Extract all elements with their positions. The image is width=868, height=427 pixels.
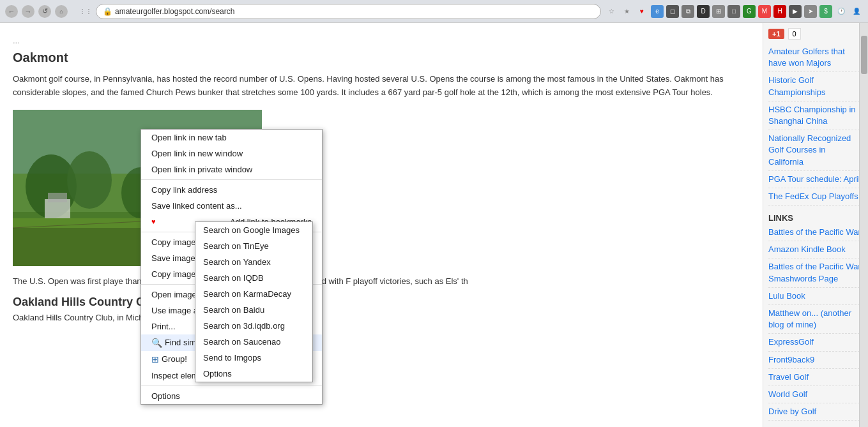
- home-button[interactable]: ⌂: [55, 5, 68, 18]
- gplus-section: +1 0: [768, 28, 863, 40]
- gplus-count: 0: [788, 28, 801, 40]
- apps-icon[interactable]: ⋮⋮: [79, 5, 92, 18]
- links-heading: LINKS: [768, 213, 863, 223]
- link-matthew[interactable]: Matthew on... (another blog of mine): [768, 308, 863, 334]
- sidebar-link-3[interactable]: Nationally Recognized Golf Courses in Ca…: [768, 133, 863, 171]
- search-yandex[interactable]: Search on Yandex: [195, 254, 312, 270]
- ext5-icon[interactable]: ⊞: [712, 5, 725, 18]
- search-google-images[interactable]: Search on Google Images: [195, 222, 312, 238]
- content-area: ... Oakmont Oakmont golf course, in Penn…: [0, 23, 763, 427]
- ext4-icon[interactable]: D: [697, 5, 710, 18]
- profile-icon[interactable]: 👤: [850, 5, 863, 18]
- ext3-icon[interactable]: ⧉: [681, 5, 694, 18]
- submenu-options[interactable]: Options: [195, 366, 312, 382]
- lower-article-text: The U.S. Open was first playe than the 7…: [13, 275, 750, 288]
- link-drive-by-golf[interactable]: Drive by Golf: [768, 406, 863, 421]
- browser-chrome: ← → ↺ ⌂ ⋮⋮ 🔒 amateurgolfer.blogspot.com/…: [0, 0, 868, 23]
- open-link-new-tab[interactable]: Open link in new tab: [141, 130, 322, 146]
- article-image-area: Open link in new tab Open link in new wi…: [13, 110, 750, 266]
- search-tineye[interactable]: Search on TinEye: [195, 238, 312, 254]
- sidebar-link-0[interactable]: Amateur Golfers that have won Majors: [768, 46, 863, 72]
- gplus-button[interactable]: +1: [768, 29, 784, 39]
- address-bar[interactable]: 🔒 amateurgolfer.blogspot.com/search: [96, 4, 601, 19]
- svg-point-4: [67, 151, 112, 209]
- separator-1: [141, 179, 322, 180]
- ext6-icon[interactable]: □: [727, 5, 740, 18]
- sidebar-links-section: LINKS Battles of the Pacific War Amazon …: [768, 213, 863, 421]
- star-icon[interactable]: ☆: [605, 5, 618, 18]
- ext12-icon[interactable]: $: [819, 5, 832, 18]
- link-battles-pacific[interactable]: Battles of the Pacific War: [768, 227, 863, 241]
- search-3diqdb[interactable]: Search on 3d.iqdb.org: [195, 318, 312, 334]
- link-lulu-book[interactable]: Lulu Book: [768, 290, 863, 305]
- search-karmadecay[interactable]: Search on KarmaDecay: [195, 286, 312, 302]
- sidebar-link-4[interactable]: PGA Tour schedule: April: [768, 174, 863, 188]
- section2-text: Oakland Hills Country Club, in Michigan,…: [13, 313, 750, 322]
- bookmark-icon[interactable]: ★: [620, 5, 633, 18]
- ext7-icon[interactable]: G: [743, 5, 756, 18]
- find-similar-submenu: Search on Google Images Search on TinEye…: [195, 221, 313, 382]
- svg-rect-7: [48, 193, 67, 202]
- clock-icon[interactable]: 🕐: [835, 5, 848, 18]
- partial-top-text: ...: [13, 36, 750, 45]
- ext2-icon[interactable]: ◻: [666, 5, 679, 18]
- search-baidu[interactable]: Search on Baidu: [195, 302, 312, 318]
- save-linked-content[interactable]: Save linked content as...: [141, 198, 322, 214]
- link-expressgolf[interactable]: ExpressGolf: [768, 336, 863, 351]
- link-battles-smashwords[interactable]: Battles of the Pacific War Smashwords Pa…: [768, 261, 863, 287]
- search-iqdb[interactable]: Search on IQDB: [195, 270, 312, 286]
- sidebar-link-2[interactable]: HSBC Championship in Shanghai China: [768, 104, 863, 130]
- link-world-golf[interactable]: World Golf: [768, 389, 863, 403]
- page-wrapper: ... Oakmont Oakmont golf course, in Penn…: [0, 23, 868, 427]
- send-imgops[interactable]: Send to Imgops: [195, 350, 312, 366]
- section2-title: Oakland Hills Country C: [13, 296, 750, 309]
- sidebar-link-1[interactable]: Historic Golf Championships: [768, 75, 863, 101]
- refresh-button[interactable]: ↺: [38, 5, 51, 18]
- link-amazon-kindle[interactable]: Amazon Kindle Book: [768, 244, 863, 258]
- ext1-icon[interactable]: e: [651, 5, 664, 18]
- sidebar-links-top: Amateur Golfers that have won Majors His…: [768, 46, 863, 206]
- separator-4: [141, 386, 322, 386]
- open-link-private-window[interactable]: Open link in private window: [141, 161, 322, 177]
- right-sidebar: +1 0 Amateur Golfers that have won Major…: [763, 23, 868, 427]
- ext9-icon[interactable]: H: [773, 5, 786, 18]
- link-front9back9[interactable]: Front9back9: [768, 354, 863, 369]
- article-title: Oakmont: [13, 50, 750, 65]
- heart-icon[interactable]: ♥: [636, 5, 648, 18]
- search-saucenao[interactable]: Search on Saucenao: [195, 334, 312, 350]
- ext10-icon[interactable]: ▶: [789, 5, 802, 18]
- forward-button[interactable]: →: [22, 5, 34, 18]
- open-link-new-window[interactable]: Open link in new window: [141, 146, 322, 161]
- copy-link-address[interactable]: Copy link address: [141, 182, 322, 198]
- sidebar-link-5[interactable]: The FedEx Cup Playoffs: [768, 191, 863, 206]
- ext8-icon[interactable]: M: [758, 5, 771, 18]
- scrollbar[interactable]: [859, 23, 868, 427]
- back-button[interactable]: ←: [5, 5, 18, 18]
- scrollbar-thumb[interactable]: [861, 36, 867, 74]
- options-item[interactable]: Options: [141, 388, 322, 404]
- url-text: amateurgolfer.blogspot.com/search: [115, 7, 234, 16]
- link-travel-golf[interactable]: Travel Golf: [768, 371, 863, 386]
- ext11-icon[interactable]: ➤: [804, 5, 817, 18]
- article-body: Oakmont golf course, in Pennsylvania, ha…: [13, 73, 750, 100]
- browser-toolbar: ☆ ★ ♥ e ◻ ⧉ D ⊞ □ G M H ▶ ➤ $ 🕐 👤: [605, 5, 863, 18]
